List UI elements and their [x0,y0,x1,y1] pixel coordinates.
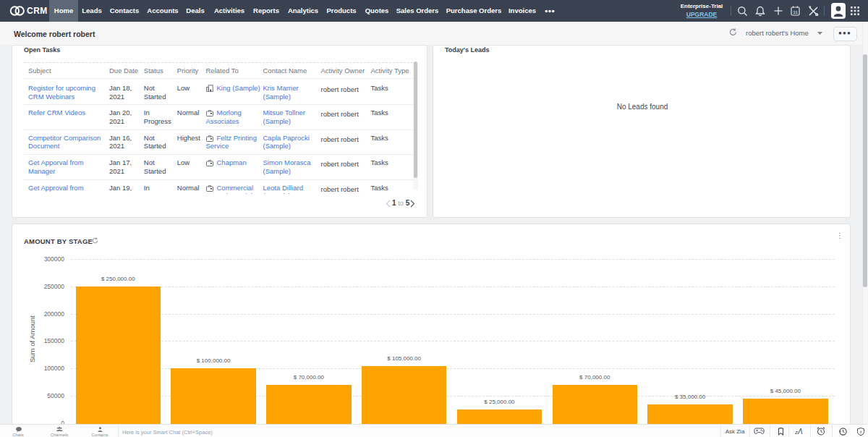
svg-text:z: z [860,430,862,434]
svg-text:31: 31 [793,10,798,14]
